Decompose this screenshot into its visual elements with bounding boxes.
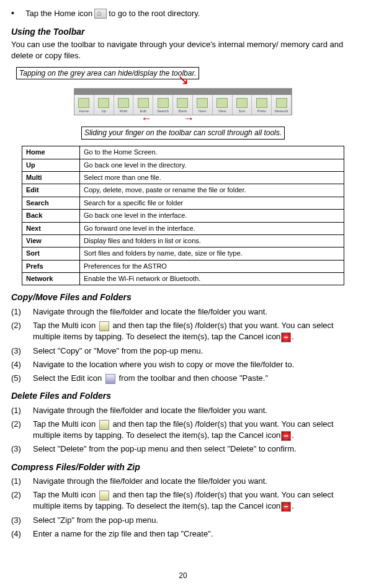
tb-sort: Sort	[233, 89, 252, 115]
table-row: MultiSelect more than one file.	[22, 171, 344, 184]
bullet-dot: •	[11, 7, 14, 20]
cancel-icon	[281, 431, 291, 441]
tb-up: Up	[94, 89, 114, 115]
table-row: HomeGo to the Home Screen.	[22, 146, 344, 159]
table-row: PrefsPreferences for the ASTRO	[22, 260, 344, 272]
callout-bottom-wrap: Sliding your finger on the toolbar can s…	[11, 127, 355, 140]
page-number: 20	[11, 571, 355, 581]
list-item: Select "Zip" from the pop-up menu.	[11, 515, 355, 526]
using-toolbar-para: You can use the toolbar to navigate thro…	[11, 39, 355, 61]
table-row: NetworkEnable the Wi-Fi network or Bluet…	[22, 273, 344, 285]
table-row: EditCopy, delete, move, paste or rename …	[22, 184, 344, 197]
tb-network: Network	[272, 89, 292, 115]
list-item: Tap the Multi icon and then tap the file…	[11, 489, 355, 512]
tb-edit: Edit	[133, 89, 153, 115]
intro-text-after: to go to the root directory.	[109, 8, 200, 19]
multi-icon	[99, 420, 109, 430]
list-item: Tap the Multi icon and then tap the file…	[11, 320, 355, 342]
arrows-left-right-icon: ←→	[11, 115, 355, 124]
tb-view: View	[213, 89, 233, 115]
list-item: Tap the Multi icon and then tap the file…	[11, 419, 355, 441]
tb-prefs: Prefs	[252, 89, 272, 115]
delete-steps: Navigate through the file/folder and loc…	[11, 405, 355, 455]
multi-icon	[99, 321, 109, 331]
callout-bottom: Sliding your finger on the toolbar can s…	[81, 127, 285, 140]
tb-back: Back	[173, 89, 193, 115]
list-item: Navigate through the file/folder and loc…	[11, 306, 355, 318]
copy-move-steps: Navigate through the file/folder and loc…	[11, 306, 355, 384]
table-row: UpGo back one level in the directory.	[22, 159, 344, 171]
list-item: Navigate to the location where you wish …	[11, 359, 355, 370]
toolbar-screenshot: Home Up Multi Edit Search Back Next View…	[74, 88, 292, 115]
compress-steps: Navigate through the file/folder and loc…	[11, 476, 355, 540]
list-item: Enter a name for the zip file and then t…	[11, 528, 355, 540]
list-item: Select "Delete" from the pop-up menu and…	[11, 443, 355, 455]
intro-bullet: • Tap the Home icon to go to the root di…	[11, 7, 355, 20]
table-row: SortSort files and folders by name, date…	[22, 247, 344, 260]
tb-next: Next	[193, 89, 213, 115]
table-row: NextGo forward one level in the interfac…	[22, 222, 344, 234]
heading-using-toolbar: Using the Toolbar	[11, 26, 355, 38]
cancel-icon	[281, 502, 291, 512]
cancel-icon	[281, 332, 291, 342]
heading-copy-move: Copy/Move Files and Folders	[11, 292, 355, 304]
list-item: Navigate through the file/folder and loc…	[11, 405, 355, 416]
heading-compress: Compress Files/Folder with Zip	[11, 461, 355, 474]
tools-table: HomeGo to the Home Screen. UpGo back one…	[22, 146, 344, 285]
table-row: BackGo back one level in the interface.	[22, 210, 344, 222]
list-item: Select "Copy" or "Move" from the pop-up …	[11, 345, 355, 357]
callout-top: Tapping on the grey area can hide/displa…	[16, 67, 199, 80]
tb-multi: Multi	[114, 89, 134, 115]
multi-icon	[99, 491, 109, 501]
intro-text-before: Tap the Home icon	[25, 8, 92, 19]
table-row: SearchSearch for a specific file or fold…	[22, 197, 344, 209]
heading-delete: Delete Files and Folders	[11, 390, 355, 403]
table-row: ViewDisplay files and folders in list or…	[22, 234, 344, 247]
tb-search: Search	[153, 89, 173, 115]
tb-home: Home	[74, 89, 94, 115]
list-item: Select the Edit icon from the toolbar an…	[11, 373, 355, 384]
home-icon	[94, 9, 107, 19]
list-item: Navigate through the file/folder and loc…	[11, 476, 355, 487]
edit-icon	[105, 374, 115, 384]
